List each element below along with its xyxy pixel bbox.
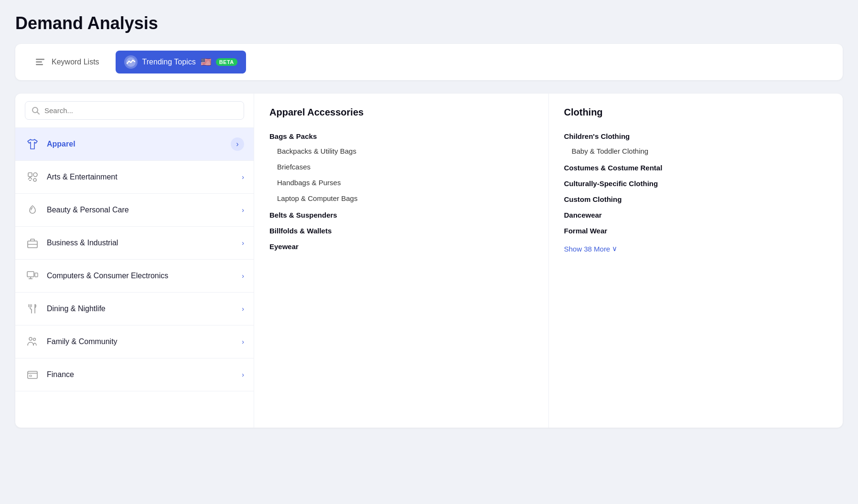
finance-icon xyxy=(25,367,40,382)
group-childrens-clothing: Children's Clothing Baby & Toddler Cloth… xyxy=(564,127,828,159)
main-panel: Apparel › Arts & Entertainment › xyxy=(15,94,843,428)
group-title-childrens[interactable]: Children's Clothing xyxy=(564,127,828,143)
dining-icon xyxy=(25,301,40,316)
chevron-right-icon: › xyxy=(242,371,244,378)
svg-rect-1 xyxy=(36,62,42,63)
flag-icon: 🇺🇸 xyxy=(201,57,211,67)
sidebar-item-apparel[interactable]: Apparel › xyxy=(15,128,254,161)
search-bar-wrapper xyxy=(15,94,254,128)
svg-rect-0 xyxy=(36,59,44,60)
chevron-right-icon: › xyxy=(242,173,244,181)
svg-rect-19 xyxy=(30,375,32,377)
tabs-container: Keyword Lists Trending Topics 🇺🇸 BETA xyxy=(15,44,843,80)
group-belts: Belts & Suspenders xyxy=(269,206,533,222)
group-title-custom-clothing[interactable]: Custom Clothing xyxy=(564,190,828,206)
arts-icon xyxy=(25,169,40,185)
sidebar-item-finance-label: Finance xyxy=(47,370,235,379)
svg-point-8 xyxy=(33,178,36,181)
tab-keyword-lists[interactable]: Keyword Lists xyxy=(25,51,108,74)
group-title-culturally-specific[interactable]: Culturally-Specific Clothing xyxy=(564,175,828,190)
sidebar-item-arts-label: Arts & Entertainment xyxy=(47,173,235,181)
group-eyewear: Eyewear xyxy=(269,238,533,253)
show-more-label: Show 38 More xyxy=(564,245,611,253)
tab-trending-topics-label: Trending Topics xyxy=(142,58,196,66)
group-title-eyewear[interactable]: Eyewear xyxy=(269,238,533,253)
sidebar-item-finance[interactable]: Finance › xyxy=(15,358,254,391)
right-section-title: Clothing xyxy=(564,107,828,118)
svg-rect-17 xyxy=(28,371,37,378)
sub-item-backpacks[interactable]: Backpacks & Utility Bags xyxy=(269,143,533,159)
chevron-right-icon: › xyxy=(242,206,244,214)
svg-rect-6 xyxy=(28,173,32,177)
chevron-right-icon: › xyxy=(242,239,244,247)
svg-rect-11 xyxy=(27,272,34,277)
svg-line-5 xyxy=(37,112,40,114)
sub-item-handbags[interactable]: Handbags & Purses xyxy=(269,175,533,190)
apparel-icon xyxy=(25,136,40,152)
family-icon xyxy=(25,334,40,349)
group-title-billfolds[interactable]: Billfolds & Wallets xyxy=(269,222,533,238)
page-title: Demand Analysis xyxy=(15,13,843,33)
group-costumes: Costumes & Costume Rental xyxy=(564,159,828,175)
group-title-costumes[interactable]: Costumes & Costume Rental xyxy=(564,159,828,175)
svg-point-15 xyxy=(29,337,32,340)
chevron-right-icon: › xyxy=(231,137,244,151)
chevron-right-icon: › xyxy=(242,305,244,313)
group-billfolds: Billfolds & Wallets xyxy=(269,222,533,238)
keyword-lists-icon xyxy=(33,55,47,69)
sidebar-item-arts[interactable]: Arts & Entertainment › xyxy=(15,161,254,194)
sidebar-item-computers-label: Computers & Consumer Electronics xyxy=(47,272,235,280)
sidebar: Apparel › Arts & Entertainment › xyxy=(15,94,254,428)
content-right-column: Clothing Children's Clothing Baby & Todd… xyxy=(549,94,843,428)
group-custom-clothing: Custom Clothing xyxy=(564,190,828,206)
sub-item-laptop-bags[interactable]: Laptop & Computer Bags xyxy=(269,190,533,206)
sidebar-item-business[interactable]: Business & Industrial › xyxy=(15,227,254,260)
svg-point-16 xyxy=(33,338,36,341)
svg-point-7 xyxy=(33,173,37,177)
sub-item-baby-toddler[interactable]: Baby & Toddler Clothing xyxy=(564,143,828,159)
sidebar-item-family-label: Family & Community xyxy=(47,337,235,346)
beauty-icon xyxy=(25,202,40,218)
sidebar-items: Apparel › Arts & Entertainment › xyxy=(15,128,254,428)
svg-rect-2 xyxy=(36,64,43,65)
sidebar-item-apparel-label: Apparel xyxy=(47,140,224,148)
tab-keyword-lists-label: Keyword Lists xyxy=(52,58,99,66)
sidebar-item-business-label: Business & Industrial xyxy=(47,239,235,247)
sidebar-item-dining-label: Dining & Nightlife xyxy=(47,304,235,313)
group-title-belts[interactable]: Belts & Suspenders xyxy=(269,206,533,222)
chevron-right-icon: › xyxy=(242,272,244,280)
group-dancewear: Dancewear xyxy=(564,206,828,222)
show-more-button[interactable]: Show 38 More ∨ xyxy=(564,244,828,253)
group-formal-wear: Formal Wear xyxy=(564,222,828,238)
svg-rect-12 xyxy=(35,273,38,277)
sidebar-item-computers[interactable]: Computers & Consumer Electronics › xyxy=(15,260,254,293)
group-culturally-specific: Culturally-Specific Clothing xyxy=(564,175,828,190)
group-title-formal-wear[interactable]: Formal Wear xyxy=(564,222,828,238)
business-icon xyxy=(25,235,40,251)
beta-badge: BETA xyxy=(216,58,237,66)
content-area: Apparel Accessories Bags & Packs Backpac… xyxy=(254,94,843,428)
sidebar-item-dining[interactable]: Dining & Nightlife › xyxy=(15,293,254,326)
left-section-title: Apparel Accessories xyxy=(269,107,533,118)
content-left-column: Apparel Accessories Bags & Packs Backpac… xyxy=(254,94,549,428)
group-bags-packs: Bags & Packs Backpacks & Utility Bags Br… xyxy=(269,127,533,206)
sidebar-item-beauty[interactable]: Beauty & Personal Care › xyxy=(15,194,254,227)
group-title-bags[interactable]: Bags & Packs xyxy=(269,127,533,143)
search-icon xyxy=(32,106,40,115)
sub-item-briefcases[interactable]: Briefcases xyxy=(269,159,533,175)
sidebar-item-family[interactable]: Family & Community › xyxy=(15,326,254,358)
group-title-dancewear[interactable]: Dancewear xyxy=(564,206,828,222)
tab-trending-topics[interactable]: Trending Topics 🇺🇸 BETA xyxy=(116,51,246,74)
trending-topics-icon xyxy=(124,55,138,69)
chevron-right-icon: › xyxy=(242,338,244,346)
chevron-down-icon: ∨ xyxy=(612,244,617,253)
sidebar-item-beauty-label: Beauty & Personal Care xyxy=(47,206,235,214)
search-input[interactable] xyxy=(25,101,244,120)
computers-icon xyxy=(25,268,40,284)
